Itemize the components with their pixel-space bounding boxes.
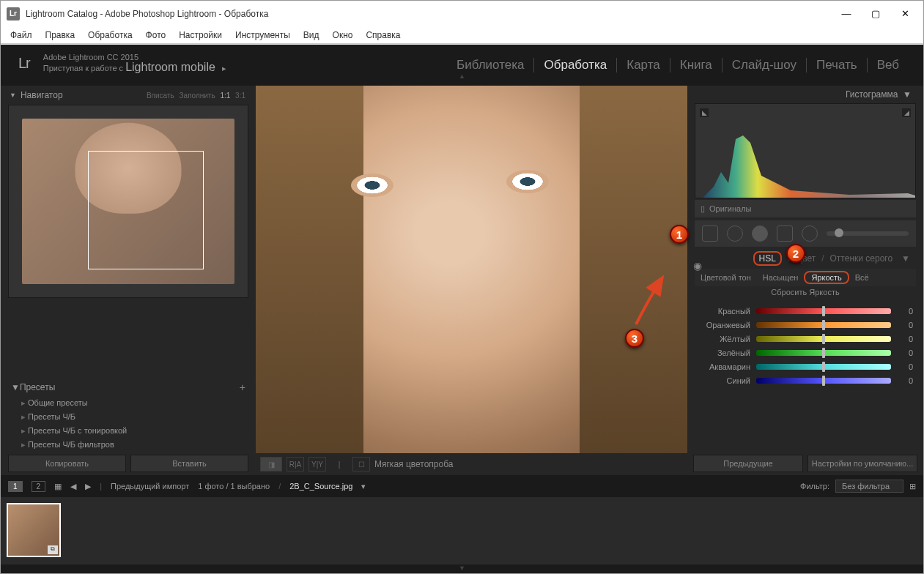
secondary-display-button[interactable]: 2 (32, 481, 46, 492)
menu-help[interactable]: Справка (359, 28, 407, 42)
add-preset-button[interactable]: + (240, 381, 245, 393)
filter-dropdown[interactable]: Без фильтра (835, 480, 903, 493)
loupe-view-button[interactable]: ◨ (260, 457, 282, 471)
minimize-button[interactable]: — (838, 6, 854, 22)
bottom-panel-handle[interactable]: ▼ (1, 564, 923, 572)
mobile-arrow-icon[interactable]: ▸ (222, 64, 226, 72)
histogram-view[interactable]: ◣ ◢ (695, 103, 916, 198)
module-develop[interactable]: Обработка (534, 58, 617, 72)
preset-folder[interactable]: Пресеты Ч/Б фильтров (21, 438, 251, 452)
disclosure-icon: ▼ (901, 253, 910, 264)
slider-value[interactable]: 0 (891, 376, 913, 385)
luminance-tab[interactable]: Яркость (804, 271, 849, 284)
spot-tool[interactable] (727, 225, 743, 242)
slider-track[interactable] (756, 336, 891, 342)
all-tab[interactable]: Всё (849, 273, 875, 282)
left-panel: ▼ Навигатор Вписать Заполнить 1:1 3:1 ▼ (1, 86, 256, 475)
slider-thumb[interactable] (822, 320, 825, 330)
grad-filter-tool[interactable] (777, 225, 793, 242)
preset-folder[interactable]: Общие пресеты (21, 396, 251, 410)
slider-thumb[interactable] (822, 348, 825, 358)
nav-fill[interactable]: Заполнить (180, 92, 215, 100)
saturation-tab[interactable]: Насыщен (757, 273, 805, 282)
image-preview[interactable] (256, 86, 687, 453)
filter-lock-icon[interactable]: ⊞ (909, 482, 916, 491)
mobile-link[interactable]: Lightroom mobile (125, 61, 215, 73)
before-after-tb-button[interactable]: Y|Y (308, 457, 326, 471)
menu-photo[interactable]: Фото (139, 28, 173, 42)
menu-develop[interactable]: Обработка (81, 28, 139, 42)
module-print[interactable]: Печать (807, 58, 868, 72)
menu-edit[interactable]: Правка (39, 28, 82, 42)
next-photo-button[interactable]: ▶ (85, 482, 91, 491)
slider-value[interactable]: 0 (891, 307, 913, 316)
originals-row[interactable]: ▯ Оригиналы (695, 200, 916, 217)
filter-label: Фильтр: (800, 482, 829, 491)
nav-fit[interactable]: Вписать (147, 92, 174, 100)
redeye-tool[interactable] (752, 225, 768, 242)
hue-tab[interactable]: Цветовой тон (695, 273, 757, 282)
slider-value[interactable]: 0 (891, 348, 913, 357)
titlebar[interactable]: Lr Lightroom Catalog - Adobe Photoshop L… (1, 1, 923, 26)
slider-track[interactable] (756, 378, 891, 384)
menu-window[interactable]: Окно (326, 28, 360, 42)
preset-folder[interactable]: Пресеты Ч/Б с тонировкой (21, 424, 251, 438)
nav-3to1[interactable]: 3:1 (235, 92, 245, 100)
before-after-lr-button[interactable]: R|A (287, 457, 304, 471)
module-slideshow[interactable]: Слайд-шоу (722, 58, 807, 72)
dropdown-icon[interactable]: ▾ (361, 482, 366, 491)
hsl-tab[interactable]: HSL (753, 251, 782, 266)
defaults-button[interactable]: Настройки по умолчанию... (807, 455, 917, 472)
slider-thumb[interactable] (822, 376, 825, 386)
nav-1to1[interactable]: 1:1 (220, 92, 230, 100)
slider-thumb[interactable] (822, 334, 825, 344)
module-library[interactable]: Библиотека (447, 58, 534, 72)
grid-icon[interactable]: ▦ (54, 482, 62, 491)
highlight-clip-icon[interactable]: ◢ (902, 108, 911, 117)
filename-label[interactable]: 2B_C_Source.jpg (289, 482, 352, 491)
preset-folder[interactable]: Пресеты Ч/Б (21, 410, 251, 424)
crop-tool[interactable] (702, 225, 718, 242)
radial-filter-tool[interactable] (802, 225, 818, 242)
module-book[interactable]: Книга (670, 58, 722, 72)
module-map[interactable]: Карта (617, 58, 670, 72)
presets-header[interactable]: ▼ Пресеты + (5, 379, 251, 396)
color-slider-row: Жёлтый0 (698, 332, 913, 346)
menu-file[interactable]: Файл (4, 28, 39, 42)
main-area: ▼ Навигатор Вписать Заполнить 1:1 3:1 ▼ (1, 86, 923, 475)
filmstrip-thumbnail[interactable]: ⧉ (7, 503, 61, 557)
slider-value[interactable]: 0 (891, 335, 913, 343)
brush-slider[interactable] (827, 231, 909, 236)
navigator-crop-rect[interactable] (88, 151, 204, 269)
filmstrip-strip[interactable]: ⧉ (1, 497, 923, 564)
menu-view[interactable]: Вид (297, 28, 326, 42)
source-label[interactable]: Предыдущий импорт (111, 482, 189, 491)
slider-track[interactable] (756, 322, 891, 328)
previous-button[interactable]: Предыдущие (693, 455, 803, 472)
primary-display-button[interactable]: 1 (8, 481, 23, 492)
close-button[interactable]: ✕ (897, 6, 913, 22)
histogram-header[interactable]: Гистограмма ▼ (692, 86, 919, 103)
slider-track[interactable] (756, 308, 891, 314)
reset-luminance-button[interactable]: Сбросить Яркость (695, 288, 916, 302)
shadow-clip-icon[interactable]: ◣ (700, 108, 709, 117)
prev-photo-button[interactable]: ◀ (70, 482, 76, 491)
slider-track[interactable] (756, 364, 891, 370)
top-panel-handle[interactable]: ▲ (1, 72, 923, 80)
target-adjust-tool[interactable]: ◉ (693, 260, 702, 272)
paste-button[interactable]: Вставить (130, 455, 248, 472)
maximize-button[interactable]: ▢ (868, 6, 884, 22)
slider-value[interactable]: 0 (891, 362, 913, 371)
slider-thumb[interactable] (822, 306, 825, 316)
module-web[interactable]: Веб (868, 58, 909, 72)
navigator-header[interactable]: ▼ Навигатор Вписать Заполнить 1:1 3:1 (5, 86, 251, 105)
copy-button[interactable]: Копировать (8, 455, 126, 472)
slider-value[interactable]: 0 (891, 321, 913, 329)
menu-tools[interactable]: Инструменты (229, 28, 297, 42)
softproof-checkbox[interactable]: ☐ (352, 457, 370, 471)
slider-thumb[interactable] (822, 362, 825, 372)
slider-track[interactable] (756, 350, 891, 356)
menu-settings[interactable]: Настройки (172, 28, 229, 42)
navigator-view[interactable] (8, 105, 248, 298)
grayscale-tab[interactable]: Оттенки серого (830, 253, 893, 264)
